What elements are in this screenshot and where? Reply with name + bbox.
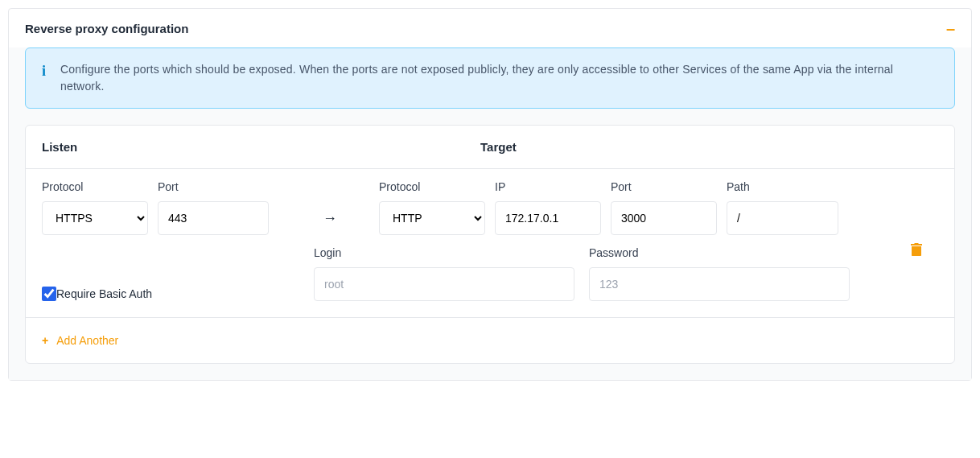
target-ip-field: IP <box>495 180 601 235</box>
target-protocol-field: Protocol HTTP <box>379 180 485 235</box>
password-label: Password <box>589 246 850 259</box>
target-port-label: Port <box>611 180 717 193</box>
basic-auth-label[interactable]: Require Basic Auth <box>56 287 152 300</box>
target-path-field: Path <box>727 180 838 235</box>
trash-icon <box>911 243 922 256</box>
panel-title: Reverse proxy configuration <box>25 22 188 35</box>
delete-row-button[interactable] <box>911 243 922 258</box>
add-another-button[interactable]: + Add Another <box>26 318 954 363</box>
listen-port-input[interactable] <box>158 201 269 235</box>
target-path-label: Path <box>727 180 838 193</box>
panel-body: i Configure the ports which should be ex… <box>9 47 971 380</box>
listen-protocol-field: Protocol HTTPS <box>42 180 148 235</box>
panel-header: Reverse proxy configuration – <box>9 9 971 47</box>
target-ip-input[interactable] <box>495 201 601 235</box>
add-another-label: Add Another <box>56 334 118 347</box>
login-input[interactable] <box>314 267 574 301</box>
target-protocol-select[interactable]: HTTP <box>379 201 485 235</box>
proxy-rules-card: Listen Target Protocol HTTPS Port → <box>25 125 955 364</box>
arrow-icon: → <box>323 210 337 227</box>
password-field: Password <box>589 246 850 301</box>
info-text: Configure the ports which should be expo… <box>60 61 938 95</box>
target-protocol-label: Protocol <box>379 180 485 193</box>
target-port-field: Port <box>611 180 717 235</box>
reverse-proxy-panel: Reverse proxy configuration – i Configur… <box>8 8 972 381</box>
password-input[interactable] <box>589 267 850 301</box>
target-path-input[interactable] <box>727 201 838 235</box>
collapse-button[interactable]: – <box>946 20 955 36</box>
row-bottom: Require Basic Auth Login Password <box>42 246 938 301</box>
basic-auth-toggle-wrap: Require Basic Auth <box>42 287 314 301</box>
info-icon: i <box>42 63 46 80</box>
listen-protocol-select[interactable]: HTTPS <box>42 201 148 235</box>
listen-port-field: Port <box>158 180 269 235</box>
listen-header: Listen <box>42 140 480 154</box>
login-label: Login <box>314 246 574 259</box>
listen-port-label: Port <box>158 180 269 193</box>
target-header: Target <box>480 140 938 154</box>
login-field: Login <box>314 246 574 301</box>
row-top: Protocol HTTPS Port → Protocol HTTP <box>42 180 938 235</box>
target-port-input[interactable] <box>611 201 717 235</box>
basic-auth-checkbox[interactable] <box>42 287 56 301</box>
section-headers: Listen Target <box>26 126 954 169</box>
plus-icon: + <box>42 334 48 347</box>
proxy-rule-row: Protocol HTTPS Port → Protocol HTTP <box>26 169 954 318</box>
target-ip-label: IP <box>495 180 601 193</box>
listen-protocol-label: Protocol <box>42 180 148 193</box>
info-callout: i Configure the ports which should be ex… <box>25 47 955 109</box>
